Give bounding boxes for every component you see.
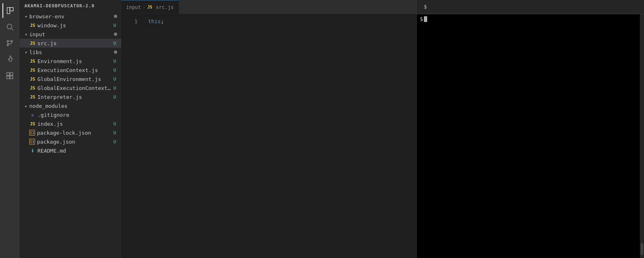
js-icon: JS	[29, 22, 36, 28]
badge-index-js: U	[111, 120, 118, 127]
sidebar-item-interpreter-js[interactable]: JS Interpreter.js U	[20, 92, 121, 101]
code-line-1: this;	[148, 17, 416, 25]
js-icon-src: JS	[29, 40, 36, 46]
sidebar-item-environment-js[interactable]: JS Environment.js U	[20, 57, 121, 66]
terminal-cursor	[424, 16, 427, 22]
terminal-tab[interactable]: $	[421, 0, 430, 14]
breadcrumb-sep: ›	[142, 4, 145, 10]
chevron-down-icon-libs: ▾	[23, 49, 29, 55]
terminal-scrollbar-thumb	[641, 243, 643, 255]
sidebar-item-readme-md[interactable]: ℹ README.md	[20, 146, 121, 155]
sidebar-item-executioncontext-js[interactable]: JS ExecutionContext.js U	[20, 66, 121, 74]
js-icon-env: JS	[29, 58, 36, 64]
chevron-down-icon-input: ▾	[23, 31, 29, 37]
tab-bar: input › JS src.js	[121, 0, 416, 14]
file-tree: ▾ browser-env JS window.js U ▾ input JS …	[20, 12, 121, 258]
terminal-panel: $ $	[416, 0, 644, 258]
git-icon-file: ◇	[29, 112, 36, 118]
badge-interpreter-js: U	[111, 94, 118, 100]
no-arrow4	[26, 138, 29, 145]
tab-breadcrumb: input › JS src.js	[126, 4, 174, 10]
sidebar-item-browser-env[interactable]: ▾ browser-env	[20, 12, 121, 21]
no-arrow	[26, 112, 29, 118]
activity-bar	[0, 0, 20, 258]
sidebar-item-index-js[interactable]: JS index.js U	[20, 119, 121, 128]
sidebar-item-src-js[interactable]: JS src.js U	[20, 39, 121, 48]
sidebar-item-libs[interactable]: ▾ libs	[20, 48, 121, 57]
js-icon-globalenv: JS	[29, 76, 36, 82]
sidebar-item-package-json[interactable]: {} package.json U	[20, 137, 121, 146]
modified-dot-libs	[114, 50, 117, 54]
badge-environment-js: U	[111, 58, 118, 64]
sidebar-item-globalenvironment-js[interactable]: JS GlobalEnvironment.js U	[20, 74, 121, 83]
tab-src-js[interactable]: input › JS src.js	[121, 0, 179, 14]
js-file-icon-tab: JS	[147, 4, 153, 10]
terminal-prompt: $	[420, 16, 641, 22]
editor-area: input › JS src.js 1 this;	[121, 0, 416, 258]
svg-rect-7	[7, 73, 10, 76]
js-icon-interp: JS	[29, 94, 36, 100]
modified-dot-browser-env	[114, 15, 117, 18]
no-arrow3	[26, 129, 29, 136]
sidebar-item-node-modules[interactable]: ▸ node_modules	[20, 101, 121, 110]
terminal-dollar: $	[420, 16, 423, 22]
svg-rect-8	[10, 73, 13, 76]
debug-icon[interactable]	[2, 52, 17, 67]
badge-src-js: U	[111, 40, 118, 46]
sidebar-item-package-lock-json[interactable]: {} package-lock.json U	[20, 128, 121, 137]
editor-content: 1 this;	[121, 14, 416, 258]
terminal-content[interactable]: $	[417, 14, 644, 258]
svg-line-3	[11, 28, 13, 31]
no-arrow2	[26, 120, 29, 127]
badge-executioncontext-js: U	[111, 67, 118, 73]
chevron-right-icon-node: ▸	[23, 103, 29, 109]
explorer-icon[interactable]	[2, 3, 17, 18]
badge-globalenvironment-js: U	[111, 76, 118, 82]
sidebar-item-globalexecutioncontext-js[interactable]: JS GlobalExecutionContext.js U	[20, 83, 121, 92]
svg-point-2	[7, 24, 12, 29]
badge-package-lock-json: U	[111, 129, 118, 136]
md-icon: ℹ	[29, 147, 36, 154]
js-icon-globalexec: JS	[29, 85, 36, 91]
terminal-title: $	[424, 4, 427, 10]
json-icon-lock: {}	[29, 130, 35, 136]
line-numbers: 1	[121, 14, 142, 258]
chevron-down-icon: ▾	[23, 13, 29, 20]
svg-point-5	[7, 44, 8, 46]
svg-rect-9	[7, 76, 10, 79]
git-icon[interactable]	[2, 36, 17, 50]
terminal-header: $	[417, 0, 644, 14]
no-arrow5	[26, 147, 29, 154]
js-icon-index: JS	[29, 120, 36, 127]
search-icon[interactable]	[2, 20, 17, 34]
badge-package-json: U	[111, 138, 118, 145]
breadcrumb-filename: src.js	[156, 4, 173, 10]
breadcrumb-input: input	[126, 4, 141, 10]
svg-point-4	[7, 40, 8, 42]
terminal-scrollbar[interactable]	[640, 14, 644, 258]
json-icon: {}	[29, 139, 35, 144]
sidebar-header: AKAMAI-DEOBFUSCATOR-2.0	[20, 0, 121, 12]
sidebar-item-window-js[interactable]: JS window.js U	[20, 21, 121, 30]
modified-dot-input	[114, 33, 117, 36]
badge-globalexecutioncontext-js: U	[111, 85, 118, 91]
sidebar-item-input[interactable]: ▾ input	[20, 30, 121, 39]
svg-rect-10	[10, 76, 13, 79]
sidebar: AKAMAI-DEOBFUSCATOR-2.0 ▾ browser-env JS…	[20, 0, 121, 258]
extensions-icon[interactable]	[2, 68, 17, 83]
code-area[interactable]: this;	[142, 14, 416, 258]
badge-window-js: U	[111, 22, 118, 28]
sidebar-item-gitignore[interactable]: ◇ .gitignore	[20, 110, 121, 119]
js-icon-exec: JS	[29, 67, 36, 73]
